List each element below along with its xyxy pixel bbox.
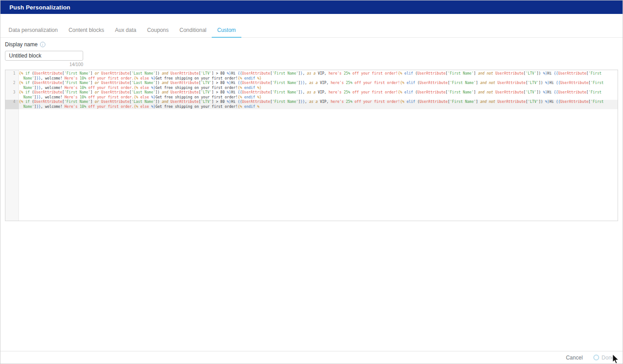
code-line[interactable]: 2{% if (UserAttribute['First Name'] or U…	[5, 81, 618, 90]
tab-content-blocks[interactable]: Content blocks	[63, 25, 109, 38]
done-button[interactable]: Done	[593, 355, 614, 361]
modal-title: Push Personalization	[9, 4, 70, 11]
code-line-content: {% if (UserAttribute['First Name'] or Us…	[19, 71, 618, 81]
code-line-content: {% if (UserAttribute['First Name'] or Us…	[19, 90, 618, 100]
info-icon[interactable]: i	[40, 42, 45, 47]
done-button-label: Done	[601, 355, 614, 361]
modal-footer: Cancel Done	[0, 351, 623, 364]
code-line[interactable]: 4{% if (UserAttribute['First Name'] or U…	[5, 100, 618, 109]
line-number: 1	[5, 71, 19, 81]
char-counter: 14/100	[5, 62, 83, 67]
loading-spinner-icon	[593, 355, 599, 360]
tab-data-personalization[interactable]: Data personalization	[3, 25, 63, 38]
tab-aux-data[interactable]: Aux data	[110, 25, 142, 38]
code-line[interactable]: 1{% if (UserAttribute['First Name'] or U…	[5, 71, 618, 81]
code-editor[interactable]: 1{% if (UserAttribute['First Name'] or U…	[5, 70, 618, 221]
line-number: 3	[5, 90, 19, 100]
push-personalization-modal: Push Personalization Data personalizatio…	[0, 0, 623, 364]
display-name-section: Display name i 14/100	[0, 38, 623, 67]
tab-coupons[interactable]: Coupons	[142, 25, 174, 38]
tab-conditional[interactable]: Conditional	[174, 25, 212, 38]
display-name-input[interactable]	[5, 51, 83, 61]
tab-custom[interactable]: Custom	[212, 25, 241, 38]
line-number: 4	[5, 100, 19, 109]
code-line[interactable]: 3{% if (UserAttribute['First Name'] or U…	[5, 90, 618, 100]
tab-bar: Data personalizationContent blocksAux da…	[0, 25, 623, 38]
cancel-button[interactable]: Cancel	[566, 355, 583, 361]
code-line-content: {% if (UserAttribute['First Name'] or Us…	[19, 81, 618, 90]
code-lines: 1{% if (UserAttribute['First Name'] or U…	[5, 70, 618, 109]
line-number: 2	[5, 81, 19, 90]
code-line-content: {% if (UserAttribute['First Name'] or Us…	[19, 100, 618, 109]
display-name-label: Display name	[5, 41, 38, 48]
modal-header: Push Personalization	[0, 0, 623, 14]
